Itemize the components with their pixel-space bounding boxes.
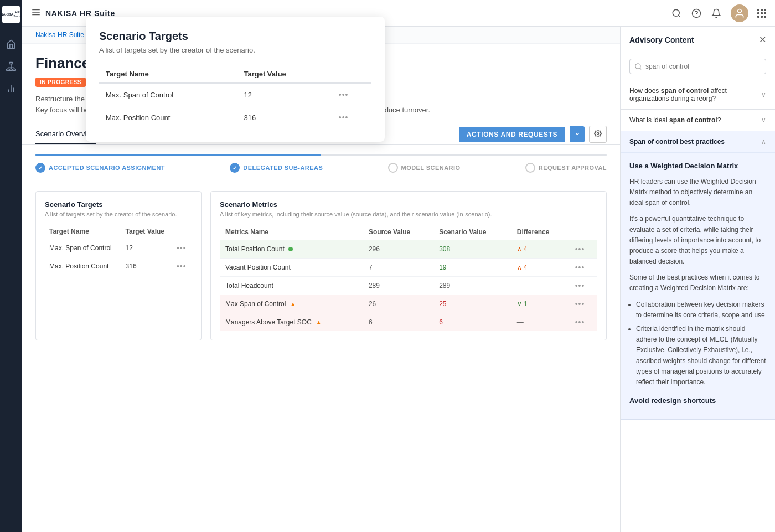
advisory-close-button[interactable]: ✕ [759,34,766,45]
tooltip-row-name-1: Max. Position Count [99,106,237,129]
metric-menu-1[interactable]: ••• [575,263,585,272]
step-circle-model [388,163,398,173]
metric-source-2: 289 [363,277,433,295]
svg-point-18 [738,9,742,13]
tooltip-row-value-0: 12 [237,83,332,106]
hamburger-icon[interactable] [31,7,41,19]
metrics-col-source: Source Value [363,224,433,240]
metric-scenario-3: 25 [433,295,512,313]
progress-bar [35,154,607,156]
metric-diff-2: — [512,277,570,295]
advisory-search-input[interactable] [629,59,766,74]
table-row: Max. Position Count 316 ••• [45,257,192,276]
user-avatar[interactable] [731,4,748,22]
targets-col-value: Target Value [121,224,172,239]
advisory-bullet-0: Collaboration between key decision maker… [636,299,766,321]
chevron-up-icon: ∧ [761,138,766,146]
steps-bar: ✓ ACCEPTED SCENARIO ASSIGNMENT ✓ DELEGAT… [22,145,620,182]
advisory-question-0[interactable]: How does span of control affect organiza… [621,80,775,110]
metric-source-0: 296 [363,240,433,259]
scenario-targets-card: Scenario Targets A list of targets set b… [35,191,202,340]
advisory-question-1[interactable]: What is ideal span of control? ∨ [621,110,775,131]
metrics-card-subtitle: A list of key metrics, including their s… [220,211,597,218]
advisory-para-2: Some of the best practices when it comes… [629,272,766,293]
advisory-para-0: HR leaders can use the Weighted Decision… [629,177,766,209]
table-row: Managers Above Target SOC ▲ 6 6 — ••• [220,313,597,332]
step-delegated: ✓ DELEGATED SUB-AREAS [230,163,323,173]
table-row: Max. Span of Control 12 ••• [99,83,371,106]
metric-menu-4[interactable]: ••• [575,318,585,327]
sidebar-home-icon[interactable] [1,34,21,54]
tooltip-row-menu-0[interactable]: ••• [339,90,349,99]
actions-dropdown-button[interactable] [570,126,585,142]
search-icon[interactable] [671,8,682,19]
table-row: Max Span of Control ▲ 26 25 ∨ 1 ••• [220,295,597,313]
svg-rect-3 [13,69,16,71]
step-accepted: ✓ ACCEPTED SCENARIO ASSIGNMENT [35,163,165,173]
tooltip-title: Scenario Targets [99,30,371,43]
tabs-actions: ACTIONS AND REQUESTS [459,126,607,143]
advisory-body: How does span of control affect organiza… [621,80,775,532]
advisory-title: Advisory Content [629,35,694,44]
metric-menu-0[interactable]: ••• [575,245,585,254]
advisory-panel: Advisory Content ✕ How does span of cont… [620,27,775,532]
apps-grid-icon[interactable] [757,9,766,18]
tooltip-row-menu-1[interactable]: ••• [339,113,349,122]
step-check-accepted: ✓ [35,163,45,173]
step-label-delegated: DELEGATED SUB-AREAS [243,164,323,171]
metrics-table: Metrics Name Source Value Scenario Value… [220,224,597,331]
sidebar-chart-icon[interactable] [1,79,21,99]
status-badge: IN PROGRESS [35,78,86,87]
target-name-1: Max. Position Count [45,257,121,276]
metric-menu-3[interactable]: ••• [575,299,585,308]
metrics-col-diff: Difference [512,224,570,240]
target-name-0: Max. Span of Control [45,239,121,257]
target-menu-1[interactable]: ••• [177,262,187,271]
targets-card-subtitle: A list of targets set by the creator of … [45,211,192,218]
metric-menu-2[interactable]: ••• [575,281,585,290]
notification-icon[interactable] [711,8,722,19]
step-label-model: MODEL SCENARIO [401,164,461,171]
metric-source-1: 7 [363,259,433,277]
svg-rect-2 [9,69,12,71]
targets-col-name: Target Name [45,224,121,239]
metrics-col-scenario: Scenario Value [433,224,512,240]
main-two-col: Scenario Targets A list of targets set b… [22,182,620,349]
warning-icon-3: ▲ [290,301,296,307]
metric-dot-0 [288,247,293,251]
scenario-targets-tooltip: Scenario Targets A list of targets set b… [86,17,385,142]
settings-gear-button[interactable] [589,126,607,143]
metric-scenario-0: 308 [433,240,512,259]
target-menu-0[interactable]: ••• [177,244,187,252]
svg-rect-0 [9,63,13,64]
sidebar-org-icon[interactable] [1,56,21,76]
app-logo: NAKISA HR Suite [2,6,20,23]
advisory-content-body: Use a Weighted Decision Matrix HR leader… [621,153,775,419]
metric-scenario-2: 289 [433,277,512,295]
table-row: Total Headcount 289 289 — ••• [220,277,597,295]
svg-point-15 [673,9,679,16]
metric-scenario-4: 6 [433,313,512,332]
target-value-0: 12 [121,239,172,257]
targets-table: Target Name Target Value Max. Span of Co… [45,224,192,275]
tooltip-col-name: Target Name [99,65,237,83]
metric-diff-3: ∨ 1 [512,295,570,313]
metric-name-2: Total Headcount [220,277,363,295]
metric-name-1: Vacant Position Count [220,259,363,277]
sidebar: NAKISA HR Suite [0,0,22,532]
table-row: Total Position Count 296 308 ∧ 4 ••• [220,240,597,259]
table-row: Max. Position Count 316 ••• [99,106,371,129]
advisory-second-heading: Avoid redesign shortcuts [629,395,766,407]
metric-source-3: 26 [363,295,433,313]
tooltip-table: Target Name Target Value Max. Span of Co… [99,65,371,128]
metrics-col-name: Metrics Name [220,224,363,240]
metric-diff-1: ∧ 4 [512,259,570,277]
advisory-question-text-0: How does span of control affect organiza… [629,87,761,102]
help-icon[interactable] [691,8,702,19]
metric-name-3: Max Span of Control ▲ [220,295,363,313]
advisory-para-1: It's a powerful quantitative technique t… [629,214,766,267]
chevron-down-icon-1: ∨ [761,116,766,124]
actions-requests-button[interactable]: ACTIONS AND REQUESTS [459,127,565,142]
breadcrumb-home[interactable]: Nakisa HR Suite [35,31,84,39]
tooltip-subtitle: A list of targets set by the creator of … [99,46,371,54]
